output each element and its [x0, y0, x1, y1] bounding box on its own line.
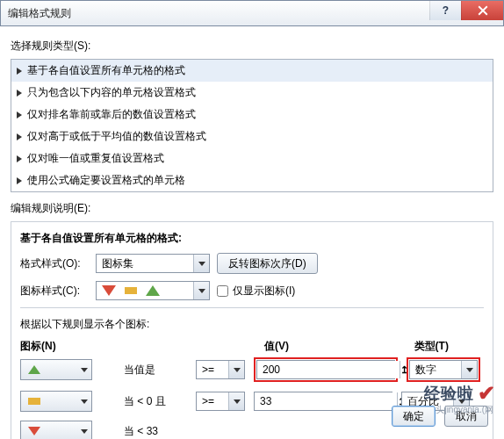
show-icon-only-input[interactable] [217, 285, 228, 297]
triangle-icon [17, 133, 22, 140]
triangle-icon [17, 177, 22, 184]
show-icon-only-checkbox[interactable]: 仅显示图标(I) [217, 284, 295, 299]
icon-rule-row: 当值是 >= ↥ 数字 [20, 357, 484, 382]
value-input-wrap[interactable]: ↥ [256, 360, 395, 379]
chevron-down-icon [461, 361, 477, 378]
help-button[interactable]: ? [429, 1, 461, 20]
format-style-combo[interactable]: 图标集 [96, 254, 210, 273]
when-text: 当 < 33 [124, 424, 187, 439]
format-group-title: 基于各自值设置所有单元格的格式: [20, 231, 484, 246]
close-button[interactable] [461, 1, 503, 20]
triangle-icon [17, 155, 22, 162]
chevron-down-icon [81, 429, 88, 434]
watermark: 经验啦 ✔ 头jingyanla.(网 [424, 381, 495, 406]
operator-combo[interactable]: >= [196, 392, 245, 411]
bar-icon [125, 287, 137, 294]
when-text: 当 < 0 且 [124, 394, 187, 409]
chevron-down-icon [193, 255, 209, 272]
type-combo[interactable]: 数字 [409, 360, 478, 379]
close-icon [478, 5, 488, 16]
checkmark-icon: ✔ [478, 381, 495, 406]
header-icon: 图标(N) [20, 339, 133, 354]
icon-rules-heading: 根据以下规则显示各个图标: [20, 317, 484, 332]
chevron-down-icon [228, 361, 244, 378]
value-input[interactable] [255, 392, 397, 410]
rule-type-item[interactable]: 仅对排名靠前或靠后的数值设置格式 [11, 104, 493, 126]
iconset-preview [97, 282, 193, 299]
triangle-icon [17, 112, 22, 119]
triangle-up-icon [146, 285, 160, 296]
rule-desc-label: 编辑规则说明(E): [11, 201, 493, 216]
header-value: 值(V) [264, 339, 414, 354]
format-style-label: 格式样式(O): [20, 256, 89, 271]
chevron-down-icon [81, 368, 88, 372]
triangle-icon [17, 90, 22, 97]
rule-type-item[interactable]: 基于各自值设置所有单元格的格式 [11, 60, 493, 82]
rule-type-list[interactable]: 基于各自值设置所有单元格的格式 只为包含以下内容的单元格设置格式 仅对排名靠前或… [11, 59, 493, 192]
when-text: 当值是 [124, 363, 187, 378]
titlebar: 编辑格式规则 ? [0, 0, 504, 26]
icon-style-label: 图标样式(C): [20, 284, 89, 299]
icon-style-combo[interactable] [96, 281, 210, 300]
chevron-down-icon [193, 282, 209, 299]
icon-picker[interactable] [20, 359, 92, 380]
reverse-order-button[interactable]: 反转图标次序(D) [217, 253, 318, 274]
rule-type-item[interactable]: 使用公式确定要设置格式的单元格 [11, 169, 493, 191]
bar-icon [28, 398, 40, 405]
triangle-icon [17, 68, 22, 75]
rule-type-item[interactable]: 仅对唯一值或重复值设置格式 [11, 148, 493, 169]
triangle-down-icon [102, 285, 116, 296]
triangle-down-icon [28, 427, 40, 435]
format-style-value: 图标集 [102, 256, 133, 271]
chevron-down-icon [228, 392, 244, 410]
header-type: 类型(T) [414, 339, 484, 354]
value-input-wrap[interactable]: ↥ [254, 392, 392, 411]
chevron-down-icon [81, 399, 88, 404]
ok-button[interactable]: 确定 [392, 406, 436, 427]
value-input[interactable] [257, 361, 400, 378]
icon-picker[interactable] [20, 421, 92, 439]
triangle-up-icon [28, 365, 40, 374]
operator-combo[interactable]: >= [196, 360, 245, 379]
window-title: 编辑格式规则 [8, 6, 71, 21]
icon-picker[interactable] [20, 391, 92, 412]
rule-type-item[interactable]: 仅对高于或低于平均值的数值设置格式 [11, 126, 493, 148]
rule-type-label: 选择规则类型(S): [11, 39, 493, 54]
rule-type-item[interactable]: 只为包含以下内容的单元格设置格式 [11, 82, 493, 104]
icon-rules-header: 图标(N) 值(V) 类型(T) [20, 339, 484, 354]
